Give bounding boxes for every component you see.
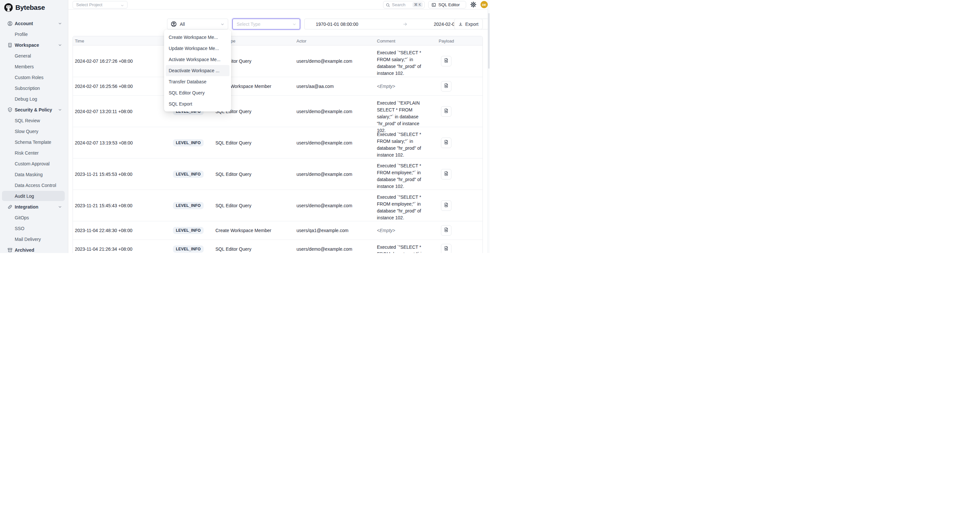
dropdown-option-create-workspace-me[interactable]: Create Workspace Me... (166, 32, 229, 43)
export-label: Export (465, 22, 478, 27)
sidebar-item-general[interactable]: General (0, 50, 68, 61)
payload-view-button[interactable] (441, 169, 452, 180)
cell-comment: Executed `"SELECT * FROM employee;"` in … (377, 162, 426, 190)
table-row: 2024-02-07 16:25:56 +08:00LEVEL_INFOCrea… (73, 77, 482, 95)
terminal-icon (431, 3, 436, 7)
sidebar-item-workspace[interactable]: Workspace (0, 40, 68, 50)
dropdown-option-update-workspace-me[interactable]: Update Workspace Me... (166, 43, 229, 54)
building-icon (7, 42, 13, 48)
dropdown-option-sql-editor-query[interactable]: SQL Editor Query (166, 87, 229, 99)
sidebar-item-gitops[interactable]: GitOps (0, 212, 68, 223)
file-search-icon (444, 171, 449, 178)
chevron-down-icon (120, 3, 124, 7)
brand-name: Bytebase (15, 3, 45, 11)
level-badge: LEVEL_INFO (173, 227, 204, 234)
sidebar-item-label: Members (15, 64, 34, 69)
sidebar-item-data-access-control[interactable]: Data Access Control (0, 180, 68, 191)
payload-view-button[interactable] (441, 56, 452, 66)
sidebar-item-schema-template[interactable]: Schema Template (0, 137, 68, 147)
sql-editor-button[interactable]: SQL Editor (428, 1, 466, 8)
search-icon (386, 3, 390, 7)
sidebar-item-slow-query[interactable]: Slow Query (0, 126, 68, 137)
avatar[interactable]: DE (480, 1, 488, 8)
sidebar-item-debug-log[interactable]: Debug Log (0, 94, 68, 104)
top-bar: Select Project Search ⌘ K SQL Editor DE (68, 0, 490, 10)
sidebar-item-label: Risk Center (15, 150, 38, 156)
date-from-value[interactable]: 1970-01-01 08:00:00 (316, 22, 358, 27)
table-row: 2023-11-04 22:48:30 +08:00LEVEL_INFOCrea… (73, 221, 482, 240)
sidebar-item-account[interactable]: Account (0, 18, 68, 29)
level-badge: LEVEL_INFO (173, 139, 204, 146)
export-button[interactable]: Export (454, 19, 483, 29)
sidebar-item-data-masking[interactable]: Data Masking (0, 169, 68, 180)
file-search-icon (444, 58, 449, 64)
sidebar-item-label: Custom Approval (15, 161, 50, 166)
sidebar-item-label: Data Access Control (15, 183, 56, 188)
payload-view-button[interactable] (441, 244, 452, 253)
dropdown-option-deactivate-workspace[interactable]: Deactivate Workspace ... (166, 65, 229, 76)
sidebar-item-label: GitOps (15, 215, 29, 220)
cell-audit-type: SQL Editor Query (215, 140, 251, 145)
sidebar-item-archived[interactable]: Archived (0, 245, 68, 253)
type-filter-placeholder: Select Type (237, 22, 261, 27)
cell-audit-type: SQL Editor Query (215, 247, 251, 252)
sidebar-item-mail-delivery[interactable]: Mail Delivery (0, 234, 68, 245)
cell-audit-type: Create Workspace Member (215, 228, 271, 233)
sidebar-item-label: Data Masking (15, 172, 43, 177)
sidebar-item-risk-center[interactable]: Risk Center (0, 147, 68, 158)
brand-logo[interactable]: Bytebase (4, 3, 45, 12)
cell-comment: Executed `"SELECT * FROM salary;"` in da… (377, 49, 426, 77)
person-circle-icon (7, 21, 13, 26)
page-scrollbar[interactable] (488, 0, 490, 253)
audit-log-table: Time Audit Level Audit Type Actor Commen… (73, 36, 483, 253)
file-search-icon (444, 227, 449, 234)
level-badge: LEVEL_INFO (173, 170, 204, 178)
actor-filter-select[interactable]: All (167, 19, 228, 29)
payload-view-button[interactable] (441, 138, 452, 148)
sidebar-item-members[interactable]: Members (0, 61, 68, 72)
sidebar-item-sql-review[interactable]: SQL Review (0, 115, 68, 126)
cell-comment: Executed `"SELECT * FROM department;"` i… (377, 244, 426, 253)
payload-view-button[interactable] (441, 106, 452, 117)
payload-view-button[interactable] (441, 225, 452, 235)
sidebar-item-integration[interactable]: Integration (0, 201, 68, 212)
cell-time: 2024-02-07 16:25:56 +08:00 (75, 84, 133, 89)
sidebar-nav: AccountProfileWorkspaceGeneralMembersCus… (0, 18, 68, 253)
table-row: 2024-02-07 13:19:53 +08:00LEVEL_INFOSQL … (73, 127, 482, 158)
scrollbar-thumb[interactable] (488, 13, 490, 68)
sidebar-item-profile[interactable]: Profile (0, 29, 68, 40)
sidebar-item-sso[interactable]: SSO (0, 223, 68, 234)
project-select[interactable]: Select Project (73, 1, 127, 8)
sidebar-item-label: Mail Delivery (15, 237, 41, 242)
sidebar-item-label: Security & Policy (15, 107, 52, 113)
sidebar-item-audit-log[interactable]: Audit Log (0, 191, 68, 201)
filter-bar: All Select Type 1970-01-01 08:00:00 2024… (68, 10, 490, 29)
actor-filter-value: All (180, 22, 185, 27)
sidebar-item-subscription[interactable]: Subscription (0, 83, 68, 94)
cell-comment: <Empty> (377, 227, 426, 234)
gear-icon[interactable] (470, 1, 477, 8)
cell-time: 2024-02-07 16:27:26 +08:00 (75, 59, 133, 64)
payload-view-button[interactable] (441, 81, 452, 92)
sidebar-item-label: General (15, 53, 31, 59)
dropdown-option-activate-workspace-me[interactable]: Activate Workspace Me... (166, 54, 229, 65)
table-header: Time Audit Level Audit Type Actor Commen… (73, 36, 482, 45)
dropdown-option-sql-export[interactable]: SQL Export (166, 99, 229, 110)
search-input[interactable]: Search ⌘ K (383, 1, 425, 8)
arrow-right-icon (403, 22, 407, 27)
file-search-icon (444, 246, 449, 252)
type-filter-select[interactable]: Select Type (232, 19, 300, 29)
column-header-time: Time (75, 38, 84, 43)
payload-view-button[interactable] (441, 200, 452, 211)
chevron-down-icon (58, 108, 62, 112)
file-search-icon (444, 140, 449, 146)
cell-audit-type: SQL Editor Query (215, 172, 251, 177)
sidebar-item-custom-approval[interactable]: Custom Approval (0, 158, 68, 169)
cell-audit-level: LEVEL_INFO (173, 245, 204, 253)
search-placeholder: Search (392, 2, 405, 7)
cell-time: 2023-11-21 15:45:43 +08:00 (75, 203, 132, 208)
sidebar-item-custom-roles[interactable]: Custom Roles (0, 72, 68, 83)
dropdown-option-transfer-database[interactable]: Transfer Database (166, 76, 229, 87)
sidebar-item-security-policy[interactable]: Security & Policy (0, 104, 68, 115)
level-badge: LEVEL_INFO (173, 245, 204, 253)
